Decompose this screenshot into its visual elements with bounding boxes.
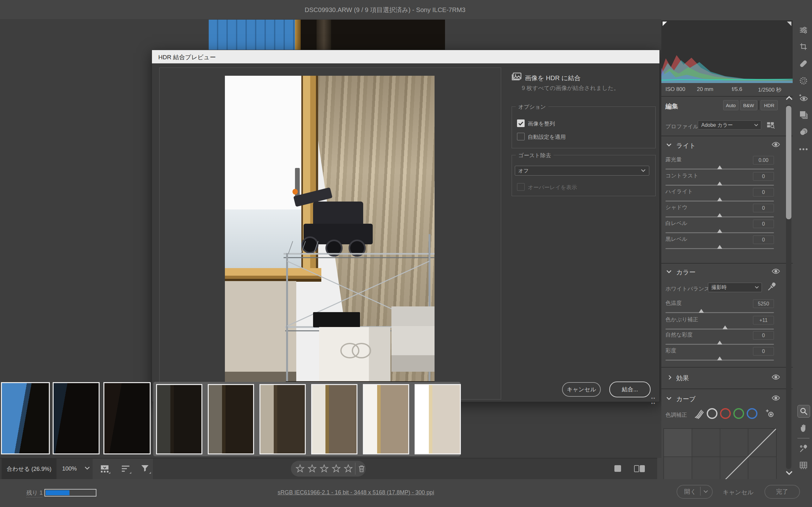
whites-slider[interactable]	[665, 232, 774, 233]
color-section-chevron[interactable]	[665, 268, 672, 275]
filmstrip-thumb-8[interactable]	[363, 384, 409, 454]
tone-curve-grid[interactable]	[664, 429, 776, 480]
filmstrip-thumb-7[interactable]	[311, 384, 357, 454]
single-view-icon[interactable]	[614, 465, 621, 472]
panel-scroll-up-icon[interactable]	[785, 95, 793, 101]
zoom-100-button[interactable]: 100%	[57, 458, 82, 479]
curve-channel-rgb[interactable]	[707, 408, 717, 419]
sample-eyedropper-icon[interactable]	[798, 443, 809, 455]
hdr-button[interactable]: HDR	[761, 100, 778, 110]
effects-section-chevron[interactable]	[667, 374, 673, 381]
photo-window-region	[209, 20, 295, 50]
star-4-icon[interactable]	[332, 464, 341, 473]
before-after-view-icon[interactable]	[634, 465, 645, 472]
crop-icon[interactable]	[798, 41, 809, 53]
filmstrip-thumb-2[interactable]	[53, 382, 100, 454]
shadows-value[interactable]: 0	[753, 204, 774, 212]
blacks-value[interactable]: 0	[753, 235, 774, 244]
curve-channel-green[interactable]	[733, 408, 744, 419]
masking-icon[interactable]	[798, 75, 809, 87]
shadows-slider[interactable]	[665, 216, 774, 217]
grid-overlay-icon[interactable]	[798, 459, 809, 471]
more-options-icon[interactable]	[798, 143, 809, 155]
align-images-checkbox[interactable]	[517, 119, 525, 127]
curve-visibility-eye-icon[interactable]	[771, 394, 780, 402]
histogram[interactable]	[661, 20, 793, 83]
curve-channel-blue[interactable]	[747, 408, 757, 419]
temperature-value[interactable]: 5250	[753, 299, 774, 308]
white-balance-select[interactable]: 撮影時	[708, 283, 762, 292]
filter-icon[interactable]	[140, 464, 152, 474]
presets-icon[interactable]	[798, 109, 809, 121]
filmstrip-toggle-icon[interactable]	[100, 464, 111, 474]
panel-scroll-down-icon[interactable]	[785, 470, 793, 476]
filmstrip-thumb-4[interactable]	[156, 384, 202, 454]
contrast-slider[interactable]	[665, 185, 774, 186]
parametric-curve-icon[interactable]	[693, 408, 705, 419]
sort-order-icon[interactable]	[120, 464, 132, 474]
auto-button[interactable]: Auto	[723, 100, 739, 110]
resize-grip[interactable]: ▪▪▪▪	[651, 395, 656, 406]
wb-eyedropper-icon[interactable]	[767, 282, 776, 291]
filmstrip-thumb-5[interactable]	[208, 384, 254, 454]
star-5-icon[interactable]	[344, 464, 353, 473]
exposure-slider-row: 露光量 0.00	[665, 156, 774, 172]
edit-heading: 編集	[665, 102, 678, 111]
auto-settings-checkbox[interactable]	[517, 133, 525, 140]
star-3-icon[interactable]	[319, 464, 329, 473]
open-button[interactable]: 開く	[676, 485, 713, 499]
blacks-slider[interactable]	[665, 248, 774, 249]
dialog-cancel-label: キャンセル	[567, 386, 596, 393]
highlights-value[interactable]: 0	[753, 188, 774, 196]
exposure-value[interactable]: 0.00	[753, 156, 774, 164]
filmstrip-thumb-6[interactable]	[259, 384, 306, 454]
edit-sliders-icon[interactable]	[798, 24, 809, 36]
saturation-slider[interactable]	[665, 360, 774, 360]
profile-select[interactable]: Adobe カラー	[698, 120, 761, 130]
hand-tool-icon[interactable]	[798, 422, 809, 434]
output-settings-link[interactable]: sRGB IEC61966-2.1 - 16 bit - 3448 x 5168…	[277, 489, 434, 496]
light-visibility-eye-icon[interactable]	[771, 141, 780, 148]
star-1-icon[interactable]	[295, 464, 305, 473]
cancel-button[interactable]: キャンセル	[722, 488, 753, 497]
tint-slider[interactable]	[665, 329, 774, 330]
targeted-adjustment-icon[interactable]	[765, 408, 776, 419]
merge-button[interactable]: 結合...	[609, 382, 651, 397]
curve-section-chevron[interactable]	[665, 395, 672, 402]
filmstrip-thumb-3[interactable]	[103, 382, 151, 454]
light-section-chevron[interactable]	[665, 141, 672, 148]
deghost-select[interactable]: オフ	[515, 166, 649, 176]
dialog-titlebar[interactable]: HDR 結合プレビュー	[152, 50, 659, 63]
versions-icon[interactable]	[798, 126, 809, 138]
open-menu-chevron-icon[interactable]	[703, 490, 708, 493]
whites-value[interactable]: 0	[753, 220, 774, 228]
highlights-slider[interactable]	[665, 201, 774, 202]
zoom-tool-icon[interactable]	[798, 405, 810, 418]
red-eye-icon[interactable]	[798, 92, 809, 104]
shadow-clipping-indicator[interactable]	[663, 21, 667, 26]
vibrance-value[interactable]: 0	[753, 331, 774, 340]
done-button[interactable]: 完了	[764, 485, 800, 499]
bw-button[interactable]: B&W	[740, 100, 757, 110]
curve-channel-red[interactable]	[720, 408, 731, 419]
zoom-menu-chevron-icon[interactable]	[84, 466, 90, 470]
saturation-value[interactable]: 0	[753, 347, 774, 355]
exposure-slider[interactable]	[665, 169, 774, 170]
color-visibility-eye-icon[interactable]	[771, 268, 780, 275]
show-overlay-checkbox[interactable]	[517, 183, 525, 191]
filmstrip-thumb-9[interactable]	[415, 384, 461, 454]
panel-scrollbar-thumb[interactable]	[786, 106, 792, 219]
highlight-clipping-indicator[interactable]	[787, 21, 792, 26]
star-2-icon[interactable]	[307, 464, 317, 473]
zoom-fit-button[interactable]: 合わせる (26.9%)	[2, 458, 56, 480]
profile-browser-icon[interactable]	[766, 121, 775, 130]
vibrance-slider[interactable]	[665, 344, 774, 345]
effects-visibility-eye-icon[interactable]	[771, 373, 780, 381]
filmstrip-thumb-1[interactable]	[1, 382, 50, 454]
contrast-value[interactable]: 0	[753, 172, 774, 181]
temperature-slider[interactable]	[665, 312, 774, 313]
dialog-cancel-button[interactable]: キャンセル	[562, 382, 601, 397]
tint-value[interactable]: +11	[753, 316, 774, 325]
healing-icon[interactable]	[798, 58, 809, 70]
trash-icon[interactable]	[357, 464, 366, 473]
